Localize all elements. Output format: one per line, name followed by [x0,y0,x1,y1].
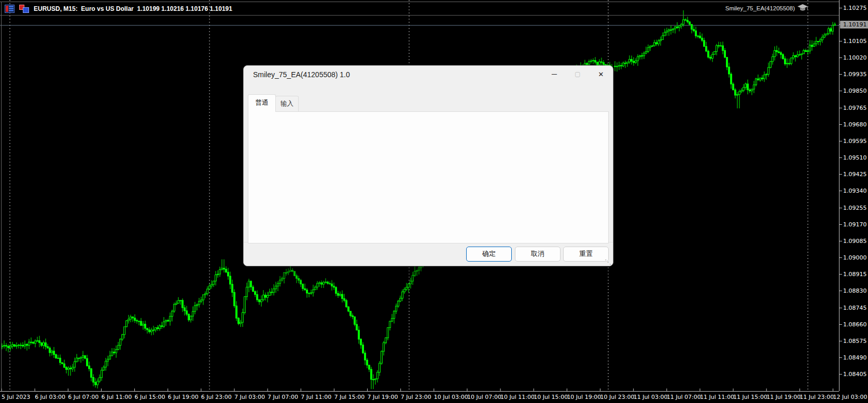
time-label: 7 Jul 07:00 [268,394,298,400]
price-tick [839,357,842,358]
price-label: 1.08745 [843,304,867,312]
price-label: 1.10105 [843,37,867,45]
close-icon[interactable]: ✕ [589,66,613,83]
price-tick [839,308,842,308]
time-label: 11 Jul 23:00 [800,394,834,400]
price-label: 1.09000 [843,254,867,262]
ohlc-values: 1.10199 1.10216 1.10176 1.10191 [137,5,232,12]
price-label: 1.09425 [843,170,867,178]
time-label: 7 Jul 15:00 [334,394,365,400]
price-axis[interactable]: 1.102751.101911.101051.100201.099351.098… [839,0,868,391]
time-label: 11 Jul 19:00 [766,394,801,400]
time-label: 6 Jul 11:00 [101,394,132,400]
price-tick [839,224,842,225]
price-tick [839,208,842,208]
price-tick [839,57,842,58]
price-label: 1.10275 [843,4,867,12]
time-label: 12 Jul 03:00 [833,394,867,400]
price-label: 1.09255 [843,204,867,212]
time-label: 7 Jul 19:00 [368,394,398,400]
quote-bar-separator [0,15,839,16]
chart-window-icon [19,5,29,12]
time-label: 11 Jul 03:00 [634,394,668,400]
price-tick [839,291,842,291]
time-label: 6 Jul 03:00 [35,394,65,400]
reset-button[interactable]: 重置 [563,247,609,262]
window-left-border [1,2,2,391]
price-tick [839,191,842,191]
price-tick [839,74,842,75]
symbol-description-label: Euro vs US Dollar [81,5,133,12]
time-label: 11 Jul 07:00 [667,394,701,400]
dialog-title-bar[interactable]: Smiley_75_EA(41205508) 1.0 ─ ▢ ✕ [244,66,613,83]
ea-chart-label: Smiley_75_EA(41205508) [725,4,808,12]
quote-bar: EURUSD, M15: Euro vs US Dollar 1.10199 1… [0,2,232,15]
price-tick [839,257,842,258]
time-label: 6 Jul 19:00 [168,394,199,400]
time-label: 6 Jul 07:00 [68,394,99,400]
time-label: 7 Jul 03:00 [234,394,265,400]
time-label: 10 Jul 03:00 [434,394,468,400]
ea-properties-dialog: Smiley_75_EA(41205508) 1.0 ─ ▢ ✕ 普通 输入 S… [243,65,613,266]
price-label: 1.09510 [843,154,867,162]
symbol-period-label: EURUSD, M15: [34,5,78,12]
price-label: 1.09170 [843,221,867,228]
price-label: 1.08490 [843,354,867,362]
price-label: 1.09935 [843,70,867,78]
ok-button[interactable]: 确定 [466,247,512,262]
time-label: 5 Jul 2023 [2,394,30,400]
time-label: 11 Jul 15:00 [733,394,767,400]
minimize-button[interactable]: ─ [542,66,566,83]
time-label: 7 Jul 23:00 [401,394,431,400]
price-tick [839,41,842,41]
depth-of-market-icon [5,5,15,13]
price-tick [839,91,842,91]
price-label: 1.08830 [843,287,867,295]
time-axis[interactable]: 5 Jul 20236 Jul 03:006 Jul 07:006 Jul 11… [0,391,839,403]
price-label: 1.09680 [843,121,867,128]
graduation-cap-icon [797,4,808,12]
price-label: 1.09850 [843,87,867,95]
current-price-label: 1.10191 [840,21,868,28]
price-label: 1.09765 [843,104,867,112]
price-tick [839,241,842,241]
tab-common[interactable]: 普通 [248,94,276,112]
time-label: 10 Jul 23:00 [600,394,635,400]
time-label: 10 Jul 07:00 [467,394,501,400]
dialog-title: Smiley_75_EA(41205508) 1.0 [253,66,350,83]
price-tick [839,374,842,375]
time-label: 6 Jul 23:00 [201,394,232,400]
price-label: 1.09595 [843,137,867,145]
price-label: 1.10020 [843,54,867,62]
price-label: 1.08915 [843,270,867,278]
price-tick [839,274,842,275]
time-label: 10 Jul 15:00 [534,394,568,400]
price-label: 1.08575 [843,337,867,345]
price-tick [839,174,842,175]
price-label: 1.08405 [843,370,867,378]
time-label: 6 Jul 15:00 [135,394,165,400]
price-label: 1.08660 [843,321,867,328]
price-label: 1.09085 [843,237,867,245]
maximize-button: ▢ [566,66,590,83]
price-tick [839,341,842,341]
resize-grip-icon[interactable]: ⋱ [605,259,611,265]
price-label: 1.09340 [843,187,867,195]
tab-page-common [248,111,609,243]
price-tick [839,108,842,108]
price-tick [839,141,842,141]
price-tick [839,124,842,125]
time-label: 10 Jul 19:00 [567,394,601,400]
time-label: 10 Jul 11:00 [500,394,535,400]
mt5-chart-window: EURUSD, M15: Euro vs US Dollar 1.10199 1… [0,0,868,403]
time-label: 11 Jul 11:00 [700,394,734,400]
ea-chart-label-text: Smiley_75_EA(41205508) [725,5,795,11]
price-tick [839,8,842,8]
tab-inputs[interactable]: 输入 [275,96,299,112]
time-label: 7 Jul 11:00 [301,394,331,400]
price-tick [839,157,842,158]
cancel-button[interactable]: 取消 [515,247,561,262]
price-tick [839,324,842,325]
